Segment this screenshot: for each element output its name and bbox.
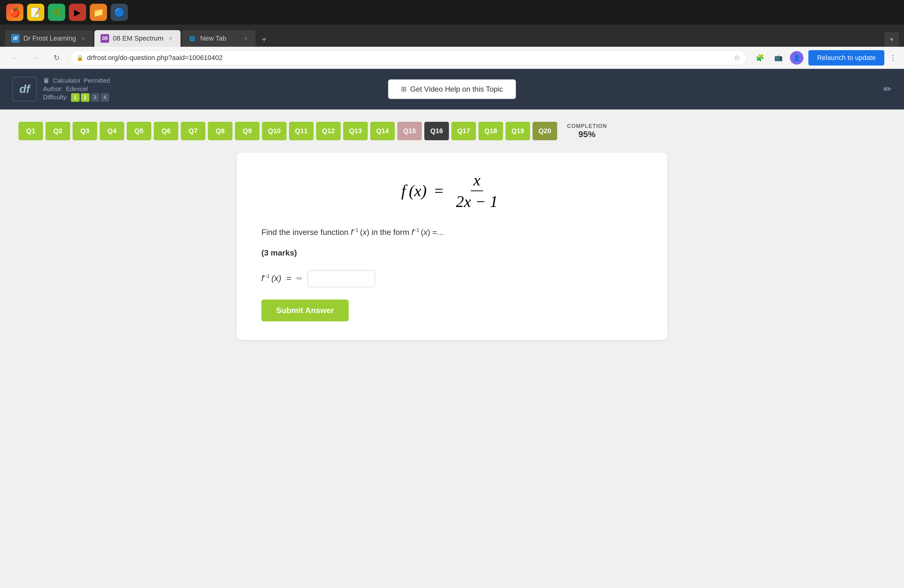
calculator-label: Calculator [53, 77, 81, 84]
video-help-label: Get Video Help on this Topic [410, 85, 503, 93]
browser-top-bar: 🍎 📝 🌿 ▶ 📁 🔵 [0, 0, 904, 25]
addr-icons: 🧩 📺 👤 Relaunch to update ⋮ [753, 50, 897, 65]
tab-favicon-frost: df [11, 34, 20, 43]
q-btn-13[interactable]: Q13 [343, 122, 368, 140]
url-text: drfrost.org/do-question.php?aaid=1006104… [87, 54, 730, 62]
tabs-chevron[interactable]: ▾ [884, 32, 899, 47]
q-btn-18[interactable]: Q18 [479, 122, 503, 140]
difficulty-dots: 1 2 3 4 [71, 93, 109, 102]
forward-button[interactable]: → [28, 51, 43, 65]
q-btn-12[interactable]: Q12 [316, 122, 341, 140]
header-meta: 🖩 Calculator Permitted Author: Edexcel D… [43, 77, 110, 102]
tabs-bar: df Dr Frost Learning × 08 08 EM Spectrum… [0, 25, 904, 47]
q-btn-9[interactable]: Q9 [235, 122, 259, 140]
q-btn-10[interactable]: Q10 [262, 122, 286, 140]
answer-equals-sign: = [286, 274, 291, 283]
author-info: Author: Edexcel [43, 85, 110, 93]
completion-value: 95% [567, 130, 607, 139]
q-btn-6[interactable]: Q6 [154, 122, 179, 140]
q-btn-20[interactable]: Q20 [533, 122, 557, 140]
back-button[interactable]: ← [7, 51, 22, 65]
q-btn-16[interactable]: Q16 [424, 122, 449, 140]
pencil-icon[interactable]: ✏ [883, 83, 892, 95]
q-btn-2[interactable]: Q2 [46, 122, 70, 140]
author-label: Author: [43, 85, 63, 93]
q-btn-4[interactable]: Q4 [100, 122, 124, 140]
app-icon-6[interactable]: 🔵 [111, 4, 128, 21]
reload-button[interactable]: ↻ [49, 51, 64, 65]
difficulty-dot-2: 2 [81, 93, 90, 102]
marks-label: (3 marks) [261, 248, 643, 258]
math-formula: f (x) = x 2x − 1 [261, 171, 643, 211]
submit-button[interactable]: Submit Answer [261, 300, 349, 321]
fraction-denominator: 2x − 1 [454, 191, 500, 211]
difficulty-dot-3: 3 [91, 93, 99, 102]
question-nav: Q1 Q2 Q3 Q4 Q5 Q6 Q7 Q8 Q9 Q10 Q11 Q12 Q… [19, 122, 885, 140]
extensions-icon[interactable]: 🧩 [753, 51, 767, 65]
completion-box: COMPLETION 95% [567, 123, 607, 139]
q-btn-1[interactable]: Q1 [19, 122, 43, 140]
q-btn-11[interactable]: Q11 [289, 122, 314, 140]
site-header: df 🖩 Calculator Permitted Author: Edexce… [0, 69, 904, 109]
url-bar[interactable]: 🔒 drfrost.org/do-question.php?aaid=10061… [70, 51, 747, 65]
tab-dr-frost[interactable]: df Dr Frost Learning × [5, 30, 93, 47]
answer-row: f−1 (x) = ✏ [261, 270, 643, 287]
app-icon-5[interactable]: 📁 [90, 4, 107, 21]
difficulty-info: Difficulty: 1 2 3 4 [43, 93, 110, 102]
answer-label: f−1 (x) [261, 273, 281, 283]
tab-favicon-em: 08 [101, 34, 109, 43]
tabs-end: ▾ [884, 32, 899, 47]
calculator-icon: 🖩 [43, 77, 50, 85]
app-icon-3[interactable]: 🌿 [48, 4, 65, 21]
q-btn-15[interactable]: Q15 [397, 122, 422, 140]
tab-close-new[interactable]: × [242, 35, 250, 42]
tab-label-frost: Dr Frost Learning [24, 35, 76, 43]
app-icon-4[interactable]: ▶ [69, 4, 86, 21]
author-name: Edexcel [66, 85, 88, 93]
question-card: f (x) = x 2x − 1 Find the inverse functi… [237, 153, 667, 340]
tab-close-em[interactable]: × [167, 35, 174, 42]
app-icons: 🍎 📝 🌿 ▶ 📁 🔵 [6, 4, 128, 21]
logo-text: df [19, 83, 30, 96]
tab-em-spectrum[interactable]: 08 08 EM Spectrum × [95, 30, 180, 47]
q-btn-8[interactable]: Q8 [208, 122, 232, 140]
answer-input[interactable] [308, 270, 375, 287]
question-text: Find the inverse function f−1 (x) in the… [261, 226, 643, 239]
calculator-info: 🖩 Calculator Permitted [43, 77, 110, 85]
q-btn-7[interactable]: Q7 [181, 122, 205, 140]
difficulty-dot-4: 4 [101, 93, 109, 102]
video-help-button[interactable]: ⊞ Get Video Help on this Topic [388, 79, 516, 99]
avatar[interactable]: 👤 [790, 51, 803, 65]
lock-icon: 🔒 [77, 54, 83, 61]
video-table-icon: ⊞ [401, 85, 406, 93]
difficulty-label: Difficulty: [43, 94, 68, 101]
formula-equals: = [435, 182, 443, 199]
more-menu-button[interactable]: ⋮ [889, 54, 897, 62]
q-btn-14[interactable]: Q14 [370, 122, 395, 140]
q-btn-5[interactable]: Q5 [127, 122, 151, 140]
formula-fx: f (x) [401, 182, 427, 199]
new-tab-button[interactable]: + [257, 32, 272, 47]
permitted-label: Permitted [84, 77, 110, 84]
cast-icon[interactable]: 📺 [771, 51, 785, 65]
tab-new[interactable]: 🌐 New Tab × [182, 30, 256, 47]
tab-close-frost[interactable]: × [80, 35, 87, 42]
bookmark-icon[interactable]: ☆ [734, 54, 740, 62]
address-bar: ← → ↻ 🔒 drfrost.org/do-question.php?aaid… [0, 47, 904, 69]
difficulty-dot-1: 1 [71, 93, 80, 102]
answer-edit-icon[interactable]: ✏ [296, 274, 303, 283]
tab-label-em: 08 EM Spectrum [113, 35, 163, 43]
q-btn-17[interactable]: Q17 [451, 122, 476, 140]
q-btn-19[interactable]: Q19 [506, 122, 530, 140]
app-icon-2[interactable]: 📝 [27, 4, 44, 21]
df-logo: df [12, 77, 37, 101]
q-btn-3[interactable]: Q3 [73, 122, 97, 140]
completion-label: COMPLETION [567, 123, 607, 130]
formula-fraction: x 2x − 1 [454, 171, 500, 211]
tab-label-new: New Tab [200, 35, 226, 43]
app-icon-1[interactable]: 🍎 [6, 4, 24, 21]
fraction-numerator: x [471, 171, 483, 191]
relaunch-button[interactable]: Relaunch to update [808, 50, 884, 65]
main-content: Q1 Q2 Q3 Q4 Q5 Q6 Q7 Q8 Q9 Q10 Q11 Q12 Q… [0, 109, 904, 588]
tab-favicon-new: 🌐 [188, 34, 196, 43]
